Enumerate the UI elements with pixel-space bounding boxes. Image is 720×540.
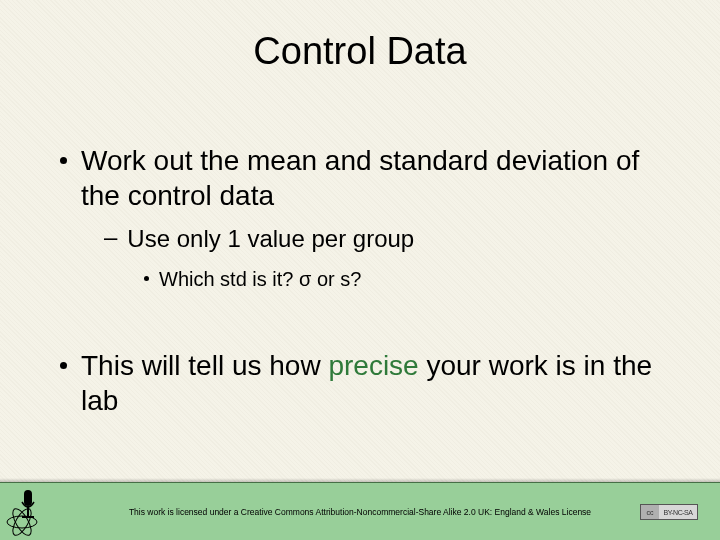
bullet-dot-icon	[60, 362, 67, 369]
bullet-level1: This will tell us how precise your work …	[60, 348, 680, 418]
slide: Control Data Work out the mean and stand…	[0, 0, 720, 540]
atom-mic-icon	[4, 484, 48, 538]
dash-icon: –	[104, 223, 117, 251]
cc-badge-icon: cc BY-NC-SA	[640, 504, 698, 520]
cc-badge-right: BY-NC-SA	[659, 505, 697, 519]
emphasized-word: precise	[328, 350, 418, 381]
spacer	[60, 306, 680, 348]
bullet-text: Work out the mean and standard deviation…	[81, 143, 680, 213]
bullet-text: This will tell us how precise your work …	[81, 348, 680, 418]
bullet-level1: Work out the mean and standard deviation…	[60, 143, 680, 292]
text-segment: This will tell us how	[81, 350, 328, 381]
bullet-text: Use only 1 value per group	[127, 223, 414, 254]
cc-badge-left: cc	[641, 505, 659, 519]
bullet-dot-icon	[144, 276, 149, 281]
license-text: This work is licensed under a Creative C…	[129, 507, 591, 517]
bullet-text: Which std is it? σ or s?	[159, 266, 361, 292]
slide-title: Control Data	[40, 30, 680, 73]
svg-rect-3	[24, 490, 32, 506]
bullet-level2: – Use only 1 value per group Which std i…	[104, 223, 680, 292]
bullet-dot-icon	[60, 157, 67, 164]
footer-bar: This work is licensed under a Creative C…	[0, 482, 720, 540]
bullet-level3: Which std is it? σ or s?	[144, 266, 680, 292]
slide-content: Work out the mean and standard deviation…	[40, 143, 680, 418]
svg-rect-5	[22, 516, 34, 518]
